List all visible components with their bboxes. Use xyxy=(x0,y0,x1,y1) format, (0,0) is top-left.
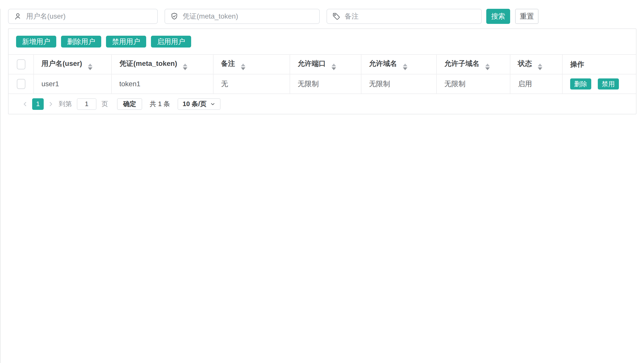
cell-user: user1 xyxy=(34,74,112,94)
page-size-select[interactable]: 10 条/页 xyxy=(178,98,221,110)
remark-filter-field[interactable] xyxy=(327,9,482,24)
add-user-button[interactable]: 新增用户 xyxy=(16,36,56,48)
cell-actions: 删除 禁用 xyxy=(562,74,636,94)
sort-icon[interactable] xyxy=(332,64,336,70)
cell-domains: 无限制 xyxy=(361,74,437,94)
goto-prefix-label: 到第 xyxy=(59,100,72,108)
column-header-token[interactable]: 凭证(meta_token) xyxy=(112,55,213,74)
cell-status: 启用 xyxy=(510,74,562,94)
column-header-remark[interactable]: 备注 xyxy=(213,55,290,74)
shield-check-icon xyxy=(170,12,179,21)
cell-ports: 无限制 xyxy=(290,74,361,94)
column-header-subdomains[interactable]: 允许子域名 xyxy=(437,55,510,74)
cell-token: token1 xyxy=(112,74,213,94)
column-header-status[interactable]: 状态 xyxy=(510,55,562,74)
tag-icon xyxy=(332,12,341,21)
user-management-page: 搜索 重置 新增用户 删除用户 禁用用户 启用用户 用户名(user) xyxy=(0,9,644,363)
username-filter-field[interactable] xyxy=(8,9,158,24)
users-table: 用户名(user) 凭证(meta_token) 备注 允许端口 xyxy=(9,54,636,94)
column-header-domains[interactable]: 允许域名 xyxy=(361,55,437,74)
goto-confirm-button[interactable]: 确定 xyxy=(117,98,142,110)
sort-icon[interactable] xyxy=(183,64,187,70)
chevron-down-icon xyxy=(210,101,216,107)
sort-icon[interactable] xyxy=(241,64,245,70)
search-button[interactable]: 搜索 xyxy=(486,9,510,24)
column-header-actions: 操作 xyxy=(562,55,636,74)
goto-suffix-label: 页 xyxy=(101,100,108,108)
goto-page-input[interactable] xyxy=(77,98,96,110)
current-page-button[interactable]: 1 xyxy=(32,98,44,110)
delete-user-button[interactable]: 删除用户 xyxy=(61,36,101,48)
sort-icon[interactable] xyxy=(485,64,490,70)
row-delete-button[interactable]: 删除 xyxy=(570,78,591,89)
token-filter-field[interactable] xyxy=(165,9,320,24)
select-all-checkbox[interactable] xyxy=(17,59,25,69)
row-checkbox[interactable] xyxy=(17,79,25,89)
table-row: user1 token1 无 无限制 无限制 无限制 启用 删除 禁用 xyxy=(9,74,636,94)
total-count-label: 共 1 条 xyxy=(150,100,170,108)
row-disable-button[interactable]: 禁用 xyxy=(598,78,619,89)
disable-user-button[interactable]: 禁用用户 xyxy=(106,36,146,48)
sort-icon[interactable] xyxy=(403,64,407,70)
sort-icon[interactable] xyxy=(88,64,92,70)
prev-page-icon[interactable] xyxy=(21,99,30,110)
reset-button[interactable]: 重置 xyxy=(515,9,539,24)
pagination-bar: 1 到第 页 确定 共 1 条 10 条/页 xyxy=(9,94,636,114)
user-icon xyxy=(14,12,22,21)
table-header-row: 用户名(user) 凭证(meta_token) 备注 允许端口 xyxy=(9,55,636,74)
cell-subdomains: 无限制 xyxy=(437,74,510,94)
toolbar: 新增用户 删除用户 禁用用户 启用用户 xyxy=(9,29,636,54)
user-table-panel: 新增用户 删除用户 禁用用户 启用用户 用户名(user) 凭证(meta_to… xyxy=(8,28,636,114)
sort-icon[interactable] xyxy=(538,64,542,70)
enable-user-button[interactable]: 启用用户 xyxy=(151,36,191,48)
column-header-user[interactable]: 用户名(user) xyxy=(34,55,112,74)
username-filter-input[interactable] xyxy=(26,12,152,20)
remark-filter-input[interactable] xyxy=(345,12,476,20)
token-filter-input[interactable] xyxy=(183,12,314,20)
next-page-icon[interactable] xyxy=(46,99,55,110)
filter-bar: 搜索 重置 xyxy=(8,9,636,24)
column-header-ports[interactable]: 允许端口 xyxy=(290,55,361,74)
cell-remark: 无 xyxy=(213,74,290,94)
